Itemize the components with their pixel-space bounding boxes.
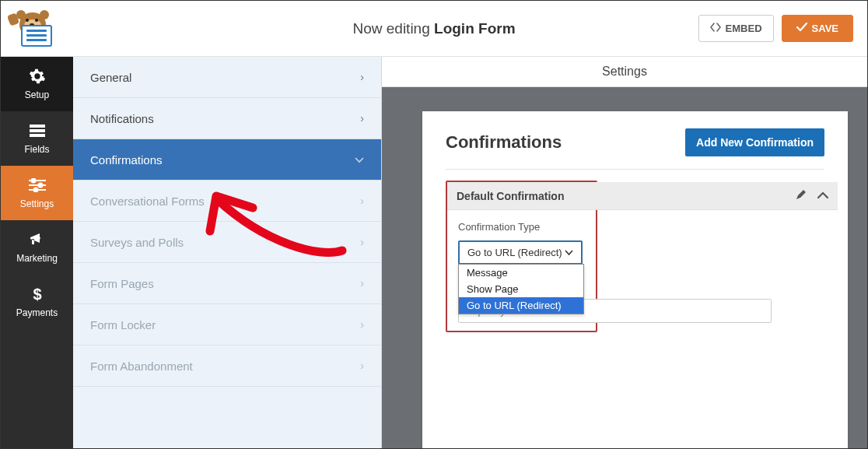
- dropdown-option-redirect[interactable]: Go to URL (Redirect): [459, 297, 583, 314]
- pencil-icon[interactable]: [796, 189, 807, 202]
- section-title: Settings: [382, 57, 867, 87]
- svg-text:$: $: [33, 286, 41, 303]
- svg-point-8: [33, 188, 37, 192]
- confirmation-body: Confirmation Type Go to URL (Redirect) M…: [447, 210, 596, 323]
- chevron-down-icon: [355, 153, 364, 166]
- nav-setup[interactable]: Setup: [1, 57, 73, 111]
- svg-point-6: [38, 184, 42, 188]
- highlight-box: Default Confirmation Confirmation Type: [446, 181, 597, 332]
- chevron-right-icon: ›: [360, 112, 364, 125]
- nav-setup-label: Setup: [25, 89, 49, 100]
- nav-settings[interactable]: Settings: [1, 166, 73, 220]
- embed-button[interactable]: EMBED: [698, 15, 774, 42]
- save-button[interactable]: SAVE: [782, 15, 853, 42]
- settings-item-label: Conversational Forms: [90, 195, 205, 208]
- check-icon: [796, 23, 807, 34]
- settings-item-form-locker[interactable]: Form Locker ›: [73, 304, 381, 346]
- confirmations-panel: Confirmations Add New Confirmation Defau…: [422, 111, 848, 448]
- settings-item-label: Confirmations: [90, 153, 163, 167]
- dropdown-option-show-page[interactable]: Show Page: [459, 281, 583, 297]
- chevron-right-icon: ›: [360, 71, 364, 83]
- settings-item-conversational[interactable]: Conversational Forms ›: [73, 181, 381, 222]
- dollar-icon: $: [29, 286, 46, 303]
- settings-item-label: Notifications: [90, 112, 154, 125]
- settings-item-label: Form Locker: [90, 318, 156, 331]
- settings-item-label: Surveys and Polls: [90, 236, 184, 249]
- chevron-right-icon: ›: [360, 360, 364, 372]
- chevron-up-icon[interactable]: [817, 189, 828, 202]
- settings-item-label: Form Abandonment: [90, 360, 193, 373]
- embed-label: EMBED: [726, 23, 762, 34]
- divider: [446, 169, 824, 170]
- nav-marketing[interactable]: Marketing: [1, 220, 73, 275]
- list-icon: [29, 122, 46, 139]
- bear-icon: [15, 12, 51, 45]
- sliders-icon: [29, 177, 46, 194]
- confirmation-type-select[interactable]: Go to URL (Redirect): [458, 240, 583, 265]
- preview-area: Settings Confirmations Add New Confirmat…: [382, 57, 867, 448]
- settings-item-confirmations[interactable]: Confirmations: [73, 139, 381, 181]
- main-area: Setup Fields Settings Marketing $ Paymen…: [1, 57, 867, 448]
- svg-rect-2: [30, 134, 45, 137]
- chevron-right-icon: ›: [360, 277, 364, 289]
- app-logo: [15, 12, 51, 45]
- top-bar: Now editing Login Form EMBED SAVE: [1, 1, 867, 57]
- svg-rect-1: [30, 129, 45, 132]
- panel-title: Confirmations: [446, 132, 562, 153]
- confirmation-name: Default Confirmation: [457, 190, 564, 202]
- nav-marketing-label: Marketing: [16, 253, 58, 264]
- form-name: Login Form: [434, 20, 515, 37]
- nav-payments[interactable]: $ Payments: [1, 275, 73, 329]
- nav-fields[interactable]: Fields: [1, 111, 73, 166]
- gear-icon: [29, 68, 46, 85]
- settings-item-form-abandonment[interactable]: Form Abandonment ›: [73, 346, 381, 387]
- settings-item-general[interactable]: General ›: [73, 57, 381, 98]
- add-confirmation-button[interactable]: Add New Confirmation: [685, 128, 824, 156]
- editing-prefix: Now editing: [352, 20, 434, 37]
- nav-fields-label: Fields: [24, 144, 49, 155]
- bullhorn-icon: [29, 231, 46, 248]
- chevron-right-icon: ›: [360, 318, 364, 331]
- confirmation-type-label: Confirmation Type: [458, 221, 585, 233]
- page-title: Now editing Login Form: [352, 20, 515, 37]
- settings-item-label: Form Pages: [90, 277, 154, 290]
- select-value: Go to URL (Redirect): [467, 247, 562, 258]
- confirmation-header[interactable]: Default Confirmation: [447, 182, 838, 210]
- code-icon: [710, 23, 721, 34]
- settings-item-notifications[interactable]: Notifications ›: [73, 98, 381, 139]
- chevron-right-icon: ›: [360, 236, 364, 248]
- settings-menu: General › Notifications › Confirmations …: [73, 57, 382, 448]
- svg-rect-0: [30, 125, 45, 128]
- dropdown-option-message[interactable]: Message: [459, 265, 583, 281]
- nav-payments-label: Payments: [16, 307, 58, 318]
- settings-item-surveys[interactable]: Surveys and Polls ›: [73, 222, 381, 263]
- chevron-right-icon: ›: [360, 195, 364, 207]
- settings-item-form-pages[interactable]: Form Pages ›: [73, 263, 381, 304]
- confirmation-type-dropdown: Message Show Page Go to URL (Redirect): [458, 264, 584, 314]
- settings-item-label: General: [90, 71, 131, 84]
- nav-settings-label: Settings: [20, 198, 54, 209]
- save-label: SAVE: [812, 23, 838, 34]
- left-sidebar: Setup Fields Settings Marketing $ Paymen…: [1, 57, 73, 448]
- chevron-down-icon: [565, 247, 573, 258]
- svg-point-4: [31, 179, 35, 183]
